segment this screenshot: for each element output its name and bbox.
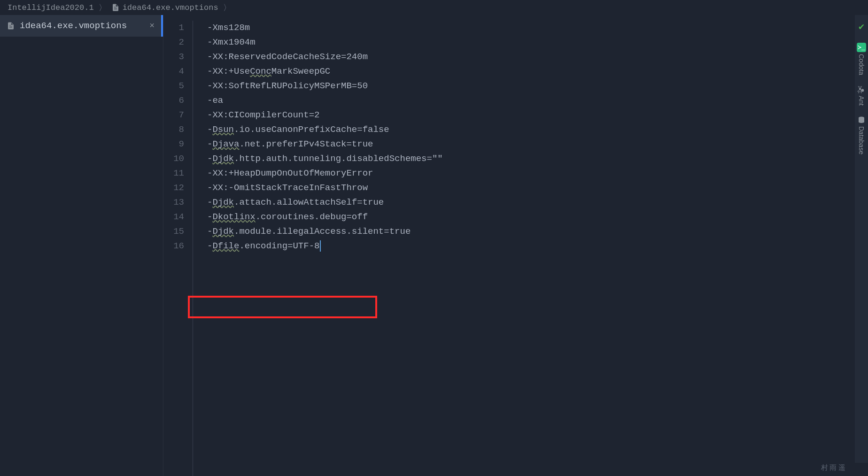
rail-label: Codota [858, 54, 865, 75]
ant-icon [857, 85, 866, 94]
chevron-right-icon: 〉 [223, 2, 231, 13]
spellcheck-underline: Djdk [212, 197, 234, 207]
code-line[interactable]: -XX:SoftRefLRUPolicyMSPerMB=50 [207, 79, 868, 93]
code-editor[interactable]: 12345678910111213141516 -Xms128m-Xmx1904… [163, 15, 868, 476]
code-line[interactable]: -Dsun.io.useCanonPrefixCache=false [207, 123, 868, 137]
rail-label: Ant [858, 96, 865, 106]
chevron-right-icon: 〉 [99, 2, 107, 13]
code-content-area[interactable]: -Xms128m-Xmx1904m-XX:ReservedCodeCacheSi… [193, 15, 868, 476]
code-line[interactable]: -ea [207, 93, 868, 108]
breadcrumb-label: IntellijIdea2020.1 [8, 3, 94, 12]
line-number: 5 [163, 79, 193, 93]
svg-point-1 [861, 89, 864, 92]
code-line[interactable]: -Djdk.http.auth.tunneling.disabledScheme… [207, 152, 868, 166]
file-icon [111, 3, 120, 12]
breadcrumb-project[interactable]: IntellijIdea2020.1 [8, 3, 94, 12]
line-number: 16 [163, 239, 193, 253]
rail-item-ant[interactable]: Ant [857, 85, 866, 106]
line-number: 3 [163, 50, 193, 64]
line-number: 8 [163, 123, 193, 137]
line-number: 2 [163, 35, 193, 50]
breadcrumb-file[interactable]: idea64.exe.vmoptions [111, 3, 218, 12]
terminal-icon: ≻_ [857, 43, 866, 52]
editor-tab-active[interactable]: idea64.exe.vmoptions × [0, 15, 163, 37]
line-number: 12 [163, 181, 193, 195]
code-line[interactable]: -Djdk.module.illegalAccess.silent=true [207, 224, 868, 239]
spellcheck-underline: Dkotlinx [212, 212, 255, 222]
breadcrumb-bar: IntellijIdea2020.1 〉 idea64.exe.vmoption… [0, 0, 868, 15]
code-line[interactable]: -XX:CICompilerCount=2 [207, 108, 868, 123]
line-number: 10 [163, 152, 193, 166]
rail-label: Database [858, 126, 865, 154]
tab-panel: idea64.exe.vmoptions × [0, 15, 163, 476]
close-icon[interactable]: × [149, 22, 155, 30]
line-number: 13 [163, 195, 193, 210]
line-number: 1 [163, 21, 193, 35]
line-number: 4 [163, 64, 193, 79]
spellcheck-underline: Dfile [212, 241, 239, 251]
breadcrumb-label: idea64.exe.vmoptions [123, 3, 218, 12]
spellcheck-underline: Djava [212, 139, 239, 149]
code-line[interactable]: -Djdk.attach.allowAttachSelf=true [207, 195, 868, 210]
code-line[interactable]: -Xms128m [207, 21, 868, 35]
file-icon [7, 22, 15, 30]
watermark-text: 村 雨 遥 [821, 463, 846, 472]
spellcheck-underline: Djdk [212, 154, 234, 164]
line-number: 7 [163, 108, 193, 123]
code-line[interactable]: -XX:-OmitStackTraceInFastThrow [207, 181, 868, 195]
line-number: 9 [163, 137, 193, 152]
spellcheck-underline: Conc [250, 66, 271, 77]
spellcheck-underline: Dsun [212, 124, 234, 135]
line-number-gutter: 12345678910111213141516 [163, 15, 193, 476]
right-tool-rail: ✔ ≻_ Codota Ant Database [855, 15, 868, 463]
rail-item-database[interactable]: Database [857, 116, 866, 154]
code-line[interactable]: -XX:ReservedCodeCacheSize=240m [207, 50, 868, 64]
inspection-ok-icon[interactable]: ✔ [859, 21, 864, 32]
text-caret [320, 240, 321, 252]
svg-point-0 [859, 88, 861, 90]
line-number: 15 [163, 224, 193, 239]
database-icon [857, 116, 866, 124]
code-line[interactable]: -XX:+HeapDumpOnOutOfMemoryError [207, 166, 868, 181]
code-line[interactable]: -XX:+UseConcMarkSweepGC [207, 64, 868, 79]
line-number: 14 [163, 210, 193, 224]
code-line[interactable]: -Dfile.encoding=UTF-8 [207, 239, 868, 253]
rail-item-codota[interactable]: ≻_ Codota [857, 43, 866, 75]
line-number: 11 [163, 166, 193, 181]
code-line[interactable]: -Xmx1904m [207, 35, 868, 50]
code-line[interactable]: -Djava.net.preferIPv4Stack=true [207, 137, 868, 152]
line-number: 6 [163, 93, 193, 108]
main-area: idea64.exe.vmoptions × 12345678910111213… [0, 15, 868, 476]
code-line[interactable]: -Dkotlinx.coroutines.debug=off [207, 210, 868, 224]
tab-filename: idea64.exe.vmoptions [20, 21, 145, 31]
spellcheck-underline: Djdk [212, 226, 234, 237]
